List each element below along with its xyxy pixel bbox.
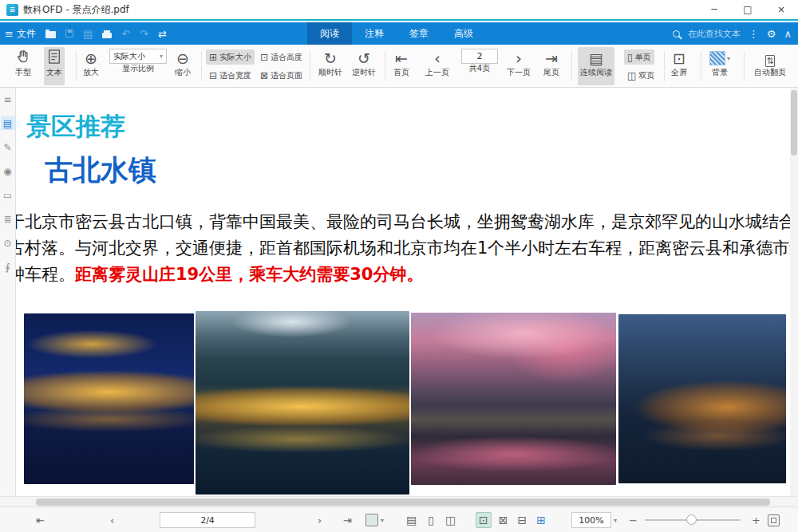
paragraph-line: 钟车程。距离雾灵山庄19公里，乘车大约需要30分钟。	[16, 262, 790, 288]
fit-page-icon: ⊠	[260, 70, 268, 81]
file-menu-button[interactable]: ≡ 文件	[0, 22, 41, 45]
chevron-down-icon: ▾	[381, 517, 384, 524]
next-page-button[interactable]: › 下一页	[504, 47, 533, 85]
first-page-button[interactable]: ⇤ 首页	[391, 47, 412, 85]
chevron-down-icon: ▾	[727, 55, 730, 62]
minimize-button[interactable]: ─	[697, 0, 731, 19]
auto-flip-button[interactable]: ⇅ 自动翻页	[752, 47, 788, 85]
tab-read[interactable]: 阅读	[307, 22, 352, 45]
tab-signature[interactable]: 签章	[397, 22, 441, 45]
outline-panel-icon[interactable]: ≡	[1, 93, 15, 106]
continuous-mode-icon[interactable]: ▤	[404, 513, 419, 527]
search-input[interactable]: 在此查找文本	[688, 28, 741, 40]
text-select-icon	[47, 49, 61, 68]
page-mode-group: ▤ ▯ ◫	[404, 507, 458, 532]
statusbar-prev-page-button[interactable]: ‹	[110, 507, 114, 532]
redo-button[interactable]: ↷	[135, 22, 153, 45]
location-panel-icon[interactable]: ⊙	[1, 236, 15, 250]
background-button[interactable]: ▾ 背景	[707, 47, 733, 85]
toolbar: 手型 文本 ⊕ 放大 实际大小 ▾ 显示比例 ⊖ 缩小 ⊞实际大小	[0, 45, 798, 88]
close-button[interactable]: ×	[764, 0, 798, 19]
fullscreen-button[interactable]: ⊡ 全屏	[669, 47, 689, 85]
first-page-icon: ⇤	[395, 49, 408, 68]
statusbar-fullscreen-button[interactable]	[768, 507, 780, 532]
layers-panel-icon[interactable]: ≣	[1, 212, 15, 226]
search-icon[interactable]	[673, 30, 680, 37]
last-page-button[interactable]: ⇥ 尾页	[541, 47, 562, 85]
kebab-menu-icon[interactable]: ⋮	[749, 29, 759, 39]
fit-height-mode-icon[interactable]: ⊞	[534, 513, 548, 527]
page-layout-select[interactable]: ▾	[365, 507, 384, 532]
plus-circle-icon: ⊕	[85, 49, 97, 68]
ribbon-tabs: 阅读 注释 签章 高级	[307, 22, 486, 45]
save-icon	[65, 30, 73, 37]
settings-gear-icon[interactable]: ⚙	[767, 29, 776, 39]
continuous-reading-button[interactable]: ▤ 连续阅读	[578, 47, 614, 85]
signature-panel-icon[interactable]: ◉	[1, 164, 15, 178]
attachments-panel-icon[interactable]: ∮	[1, 260, 15, 274]
statusbar-last-page-button[interactable]: ⇥	[343, 507, 352, 532]
fit-actual-button[interactable]: ⊞实际大小	[206, 49, 255, 65]
collapse-ribbon-icon[interactable]: ∧	[784, 29, 792, 39]
fit-page-button[interactable]: ⊠适合页面	[257, 68, 306, 83]
hamburger-icon: ≡	[5, 29, 14, 39]
page-title: 古北水镇	[45, 152, 156, 189]
text-tool-button[interactable]: 文本	[44, 47, 65, 85]
fit-height-button[interactable]: ⊡适合高度	[257, 49, 306, 65]
horizontal-scrollbar-thumb[interactable]	[36, 499, 770, 506]
double-page-button[interactable]: ◫双页	[624, 68, 658, 83]
maximize-button[interactable]: □	[731, 0, 764, 19]
hand-tool-button[interactable]: 手型	[13, 47, 34, 85]
zoom-level-select[interactable]: 100% ▾	[571, 507, 617, 532]
zoom-slider-handle[interactable]	[686, 514, 697, 525]
vertical-scrollbar-thumb[interactable]	[791, 90, 797, 156]
rotate-counterclockwise-button[interactable]: ↺ 逆时针	[350, 47, 378, 85]
save-button[interactable]	[61, 22, 78, 45]
double-page-icon: ◫	[627, 70, 636, 81]
statusbar-next-page-button[interactable]: ›	[318, 507, 322, 532]
zoom-in-stepper[interactable]: +	[752, 507, 760, 532]
statusbar-first-page-button[interactable]: ⇤	[36, 507, 45, 532]
document-page[interactable]: 景区推荐 古北水镇 于北京市密云县古北口镇，背靠中国最美、最险的司马台长城，坐拥…	[16, 88, 790, 496]
horizontal-scrollbar[interactable]	[0, 496, 798, 506]
layout-square-icon	[365, 514, 378, 526]
printer-icon	[102, 33, 112, 38]
fit-width-button[interactable]: ⊟适合宽度	[206, 68, 255, 83]
double-page-mode-icon[interactable]: ◫	[443, 513, 458, 527]
thumbnails-panel-icon[interactable]: ▤	[1, 116, 15, 130]
background-swatch-icon	[709, 51, 725, 65]
tab-advanced[interactable]: 高级	[441, 22, 486, 45]
rotate-cw-icon: ↻	[324, 49, 337, 68]
save-as-icon: ▤	[83, 29, 93, 39]
continuous-pages-icon: ▤	[589, 49, 603, 68]
window-title: 数科OFD - 景点介绍.pdf	[23, 3, 129, 17]
undo-button[interactable]: ↶	[117, 22, 135, 45]
page-number-input[interactable]	[461, 49, 498, 64]
vertical-scrollbar[interactable]	[790, 88, 798, 496]
comments-panel-icon[interactable]: ▭	[1, 188, 15, 202]
fit-page-mode-icon[interactable]: ⊠	[496, 513, 511, 527]
zoom-slider[interactable]	[645, 507, 741, 532]
zoom-ratio-select[interactable]: 实际大小 ▾	[109, 49, 167, 64]
statusbar-page-input[interactable]	[160, 512, 255, 528]
title-bar: ≣ 数科OFD - 景点介绍.pdf ─ □ ×	[0, 0, 798, 21]
tab-annotate[interactable]: 注释	[352, 22, 397, 45]
rotate-ccw-icon: ↺	[358, 49, 370, 68]
zoom-in-button[interactable]: ⊕ 放大	[81, 47, 101, 85]
single-page-mode-icon[interactable]: ▯	[425, 513, 437, 527]
print-button[interactable]	[97, 22, 117, 45]
actual-size-mode-icon[interactable]: ⊡	[476, 512, 492, 528]
compare-button[interactable]: ⇄	[153, 22, 172, 45]
bookmarks-panel-icon[interactable]: ✎	[1, 140, 15, 154]
save-as-button[interactable]: ▤	[78, 22, 97, 45]
rotate-clockwise-button[interactable]: ↻ 顺时针	[316, 47, 345, 85]
single-page-button[interactable]: ▯单页	[624, 49, 654, 65]
zoom-out-button[interactable]: ⊖ 缩小	[172, 47, 193, 85]
prev-page-button[interactable]: ‹ 上一页	[423, 47, 452, 85]
zoom-ratio-group: 实际大小 ▾ 显示比例	[107, 47, 169, 85]
auto-flip-icon: ⇅	[765, 55, 774, 67]
fit-width-mode-icon[interactable]: ⊟	[515, 513, 529, 527]
open-file-button[interactable]	[41, 22, 61, 45]
zoom-out-stepper[interactable]: −	[629, 507, 638, 532]
next-page-icon: ›	[516, 49, 522, 68]
